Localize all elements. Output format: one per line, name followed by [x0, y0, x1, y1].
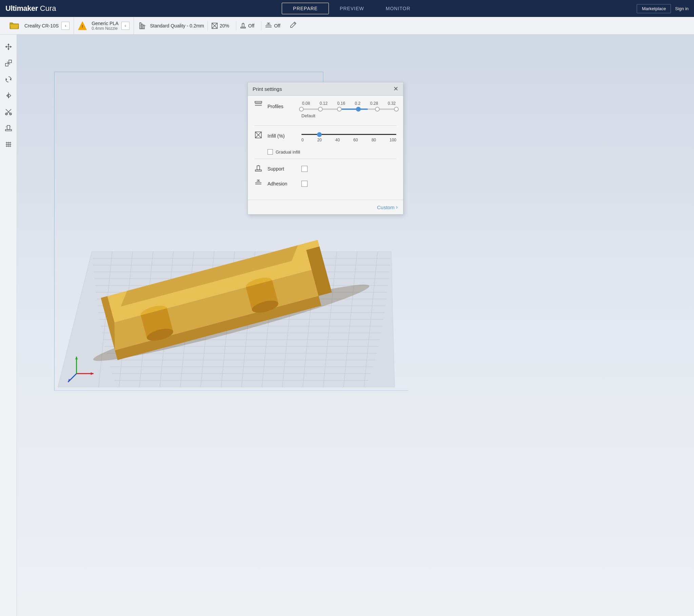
print-settings-header: Print settings ✕ [248, 83, 403, 96]
divider-2 [255, 159, 396, 159]
material-section: ! Generic PLA 0.4mm Nozzle ‹ [74, 17, 133, 34]
support-checkbox[interactable] [302, 166, 308, 172]
divider-1 [255, 125, 396, 126]
material-info: Generic PLA 0.4mm Nozzle [92, 21, 118, 31]
svg-rect-35 [7, 125, 10, 129]
cut-icon [4, 108, 13, 116]
nav-tabs: PREPARE PREVIEW MONITOR [66, 3, 637, 14]
open-folder-button[interactable] [8, 20, 20, 32]
tab-preview[interactable]: PREVIEW [329, 3, 375, 14]
profile-default-label: Default [302, 112, 396, 119]
printer-section: Creality CR-10S ‹ [4, 17, 74, 34]
infill-row: Infill (%) 0 20 40 60 80 100 [255, 131, 396, 142]
infill-tick-labels: 0 20 40 60 80 100 [302, 138, 396, 142]
profile-thumb-3 [375, 107, 380, 111]
brand-logo: Ultimaker Cura [5, 4, 56, 13]
svg-marker-28 [6, 94, 8, 98]
profile-thumb-4 [394, 107, 399, 111]
profiles-label: Profiles [268, 101, 298, 109]
svg-rect-105 [255, 102, 262, 103]
brand-ultimaker: Ultimaker [5, 4, 38, 13]
adhesion-section-label: Adhesion [268, 181, 298, 186]
infill-track [302, 134, 396, 135]
infill-thumb[interactable] [317, 132, 322, 137]
profile-thumb-0 [299, 107, 304, 111]
svg-rect-22 [5, 64, 8, 66]
layers-icon [4, 140, 13, 148]
toolbar: Creality CR-10S ‹ ! Generic PLA 0.4mm No… [0, 17, 694, 35]
support-paint-icon [4, 124, 13, 132]
svg-rect-1 [141, 24, 143, 29]
close-print-settings-button[interactable]: ✕ [393, 86, 398, 92]
move-icon [4, 43, 13, 51]
support-value: Off [248, 23, 254, 29]
infill-value: 20% [220, 23, 229, 29]
material-name: Generic PLA [92, 21, 118, 26]
gradual-infill-row: Gradual infill [255, 149, 396, 155]
signin-button[interactable]: Sign in [675, 6, 689, 11]
support-icon [240, 22, 246, 29]
tab-prepare[interactable]: PREPARE [282, 3, 329, 14]
adhesion-checkbox[interactable] [302, 181, 308, 187]
scale-icon [4, 59, 13, 67]
custom-row: Custom › [248, 200, 403, 214]
svg-line-15 [294, 23, 295, 24]
left-sidebar [0, 35, 17, 616]
infill-setting: 20% [207, 21, 233, 31]
svg-rect-112 [257, 166, 260, 170]
viewport[interactable]: Print settings ✕ Profiles [17, 35, 694, 616]
svg-rect-8 [242, 24, 244, 27]
infill-slider[interactable]: 0 20 40 60 80 100 [302, 131, 396, 142]
profile-slider[interactable]: 0.08 0.12 0.16 0.2 0.28 0.32 [302, 101, 396, 119]
adhesion-setting: Off [261, 21, 284, 31]
printer-nav-arrow[interactable]: ‹ [61, 22, 70, 30]
adhesion-row: Adhesion [255, 179, 396, 188]
infill-section-label: Infill (%) [268, 131, 298, 139]
gradual-infill-checkbox[interactable] [268, 149, 273, 155]
printer-name: Creality CR-10S [24, 23, 59, 29]
svg-marker-17 [7, 49, 10, 50]
svg-marker-16 [7, 43, 10, 45]
material-sub: 0.4mm Nozzle [92, 26, 118, 31]
tab-monitor[interactable]: MONITOR [375, 3, 421, 14]
quality-section: Standard Quality - 0.2mm 20% Off [134, 21, 690, 31]
tool-scale[interactable] [2, 56, 15, 70]
support-section-label: Support [268, 166, 298, 171]
tool-layers[interactable] [2, 138, 15, 151]
profile-track-fill [340, 108, 368, 110]
svg-marker-29 [8, 94, 11, 98]
print-settings-panel: Print settings ✕ Profiles [248, 82, 403, 215]
print-settings-title: Print settings [253, 86, 282, 92]
profile-thumb-1 [318, 107, 323, 111]
profiles-row: Profiles 0.08 0.12 0.16 0.2 0.28 0.32 [255, 101, 396, 119]
tool-rotate[interactable] [2, 73, 15, 86]
adhesion-value: Off [274, 23, 280, 29]
support-section-icon [255, 164, 264, 173]
custom-label: Custom [377, 204, 395, 210]
material-nav-arrow[interactable]: ‹ [121, 22, 129, 30]
svg-marker-18 [5, 46, 7, 48]
nav-right: Marketplace Sign in [637, 4, 689, 13]
profiles-icon [255, 101, 264, 109]
infill-section-icon [255, 131, 264, 140]
quality-name: Standard Quality - 0.2mm [150, 23, 204, 29]
marketplace-button[interactable]: Marketplace [637, 4, 671, 13]
edit-settings-button[interactable] [290, 21, 297, 30]
svg-rect-23 [9, 60, 12, 63]
svg-line-24 [7, 62, 10, 65]
profile-thumb-active[interactable] [356, 107, 361, 111]
support-row: Support [255, 164, 396, 173]
custom-button[interactable]: Custom › [377, 204, 398, 210]
main-area: Print settings ✕ Profiles [0, 35, 694, 616]
tool-move[interactable] [2, 40, 15, 54]
tool-support[interactable] [2, 121, 15, 135]
adhesion-icon [265, 22, 272, 29]
svg-marker-26 [6, 78, 7, 81]
svg-marker-19 [10, 46, 12, 48]
quality-icon [139, 22, 147, 29]
infill-icon [211, 22, 218, 29]
tool-mirror[interactable] [2, 89, 15, 103]
tool-cut[interactable] [2, 105, 15, 119]
mirror-icon [4, 92, 13, 100]
print-settings-body: Profiles 0.08 0.12 0.16 0.2 0.28 0.32 [248, 96, 403, 200]
